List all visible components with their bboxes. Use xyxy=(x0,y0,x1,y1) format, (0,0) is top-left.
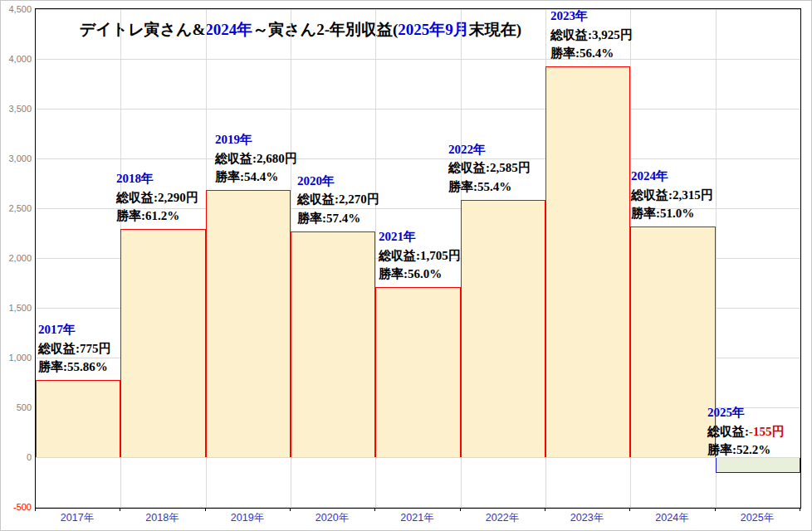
x-axis-label-2022年: 2022年 xyxy=(460,511,545,524)
annotation-profit: 総収益:3,925円 xyxy=(550,26,633,45)
y-axis-label-1,000: 1,000 xyxy=(2,353,32,363)
chart-title-part: 2024年 xyxy=(205,21,252,38)
annotation-winrate: 勝率:51.0% xyxy=(631,204,713,223)
bar-2018年[interactable] xyxy=(120,229,206,457)
bar-2021年[interactable] xyxy=(375,287,461,457)
bar-2023年[interactable] xyxy=(545,66,630,457)
gridline-horizontal xyxy=(36,109,800,110)
annotation-year: 2018年 xyxy=(116,169,198,188)
y-axis-label-2,000: 2,000 xyxy=(2,253,32,263)
annotation-profit-value: 2,315円 xyxy=(673,188,713,202)
bar-annotation-2019年[interactable]: 2019年総収益:2,680円勝率:54.4% xyxy=(215,130,297,187)
x-axis-label-2018年: 2018年 xyxy=(120,511,205,524)
y-axis-label-3,000: 3,000 xyxy=(2,153,32,163)
y-axis-label-500: 500 xyxy=(2,402,32,412)
y-axis-label-0: 0 xyxy=(2,452,32,462)
annotation-winrate: 勝率:57.4% xyxy=(297,209,379,228)
annotation-profit: 総収益:2,585円 xyxy=(448,158,531,178)
x-axis-label-2020年: 2020年 xyxy=(290,511,374,524)
annotation-profit-value: 2,270円 xyxy=(339,192,379,206)
chart-title[interactable]: デイトレ寅さん&2024年～寅さん2-年別収益(2025年9月末現在) xyxy=(35,19,566,41)
annotation-profit-prefix: 総収益: xyxy=(38,342,80,355)
bar-annotation-2022年[interactable]: 2022年総収益:2,585円勝率:55.4% xyxy=(448,140,531,197)
annotation-profit-value: 2,585円 xyxy=(490,161,531,174)
x-axis-label-2019年: 2019年 xyxy=(205,511,290,524)
bar-annotation-2024年[interactable]: 2024年総収益:2,315円勝率:51.0% xyxy=(631,167,713,223)
bar-2022年[interactable] xyxy=(461,200,545,457)
x-axis-tick xyxy=(800,508,800,511)
annotation-year: 2017年 xyxy=(38,320,111,339)
annotation-profit-value: 1,705円 xyxy=(420,249,461,262)
gridline-horizontal xyxy=(36,59,800,60)
gridline-horizontal xyxy=(36,9,800,10)
annotation-profit-prefix: 総収益: xyxy=(550,28,592,41)
annotation-profit-prefix: 総収益: xyxy=(215,152,257,165)
x-axis-label-2023年: 2023年 xyxy=(545,511,629,524)
x-axis-label-2025年: 2025年 xyxy=(715,511,800,524)
bar-annotation-2023年[interactable]: 2023年総収益:3,925円勝率:56.4% xyxy=(550,7,633,63)
annotation-year: 2019年 xyxy=(215,130,297,149)
annotation-profit: 総収益:1,705円 xyxy=(379,246,461,266)
annotation-winrate: 勝率:55.86% xyxy=(38,358,111,377)
bar-2019年[interactable] xyxy=(206,190,291,457)
annotation-profit-value: 2,290円 xyxy=(158,191,198,204)
y-axis-label--500: -500 xyxy=(2,502,32,512)
bar-2020年[interactable] xyxy=(291,231,375,457)
y-axis-label-4,000: 4,000 xyxy=(2,54,32,64)
chart-frame: デイトレ寅さん&2024年～寅さん2-年別収益(2025年9月末現在) 4,50… xyxy=(0,0,812,531)
annotation-profit-value: -155円 xyxy=(749,425,785,438)
bar-2017年[interactable] xyxy=(36,380,120,457)
y-axis-label-2,500: 2,500 xyxy=(2,203,32,213)
annotation-profit-prefix: 総収益: xyxy=(116,191,158,204)
y-axis-label-1,500: 1,500 xyxy=(2,303,32,313)
chart-title-part: ～寅さん2-年別収益( xyxy=(252,21,398,38)
x-axis-label-2021年: 2021年 xyxy=(374,511,460,524)
bar-2024年[interactable] xyxy=(630,227,716,457)
chart-title-part: デイトレ寅さん& xyxy=(80,21,206,38)
annotation-profit: 総収益:2,270円 xyxy=(297,190,379,209)
x-axis-label-2024年: 2024年 xyxy=(629,511,715,524)
bar-annotation-2021年[interactable]: 2021年総収益:1,705円勝率:56.0% xyxy=(379,227,461,284)
bar-annotation-2020年[interactable]: 2020年総収益:2,270円勝率:57.4% xyxy=(297,172,379,228)
annotation-profit-prefix: 総収益: xyxy=(631,188,673,202)
annotation-profit: 総収益:2,315円 xyxy=(631,186,713,205)
annotation-profit: 総収益:2,680円 xyxy=(215,149,297,168)
annotation-winrate: 勝率:55.4% xyxy=(448,178,531,197)
bar-annotation-2017年[interactable]: 2017年総収益:775円勝率:55.86% xyxy=(38,320,111,377)
annotation-year: 2020年 xyxy=(297,172,379,191)
annotation-year: 2024年 xyxy=(631,167,713,186)
annotation-winrate: 勝率:56.0% xyxy=(379,265,461,284)
annotation-profit-value: 775円 xyxy=(80,342,111,355)
annotation-profit: 総収益:775円 xyxy=(38,339,111,358)
annotation-profit-value: 2,680円 xyxy=(257,152,297,165)
bar-annotation-2025年[interactable]: 2025年総収益:-155円勝率:52.2% xyxy=(707,403,785,460)
annotation-year: 2022年 xyxy=(448,140,531,159)
y-axis-label-4,500: 4,500 xyxy=(2,4,32,14)
annotation-year: 2021年 xyxy=(379,227,461,246)
annotation-profit: 総収益:2,290円 xyxy=(116,188,198,207)
annotation-winrate: 勝率:61.2% xyxy=(116,207,198,226)
annotation-profit-prefix: 総収益: xyxy=(707,425,749,438)
chart-title-part: 2025年9月 xyxy=(398,21,469,38)
annotation-profit: 総収益:-155円 xyxy=(707,422,785,441)
annotation-year: 2023年 xyxy=(550,7,633,26)
annotation-profit-value: 3,925円 xyxy=(592,28,633,41)
annotation-winrate: 勝率:52.2% xyxy=(707,441,785,460)
zero-gridline xyxy=(36,457,800,458)
annotation-profit-prefix: 総収益: xyxy=(379,249,420,262)
annotation-winrate: 勝率:56.4% xyxy=(550,44,633,63)
annotation-winrate: 勝率:54.4% xyxy=(215,168,297,187)
annotation-year: 2025年 xyxy=(707,403,785,422)
x-axis-label-2017年: 2017年 xyxy=(35,511,120,524)
bar-2025年[interactable] xyxy=(716,457,800,473)
annotation-profit-prefix: 総収益: xyxy=(448,161,490,174)
annotation-profit-prefix: 総収益: xyxy=(297,192,339,206)
chart-title-part: 末現在) xyxy=(469,21,521,38)
y-axis-label-3,500: 3,500 xyxy=(2,104,32,114)
gridline-horizontal xyxy=(36,158,800,159)
bar-annotation-2018年[interactable]: 2018年総収益:2,290円勝率:61.2% xyxy=(116,169,198,226)
gridline-horizontal xyxy=(36,507,800,508)
